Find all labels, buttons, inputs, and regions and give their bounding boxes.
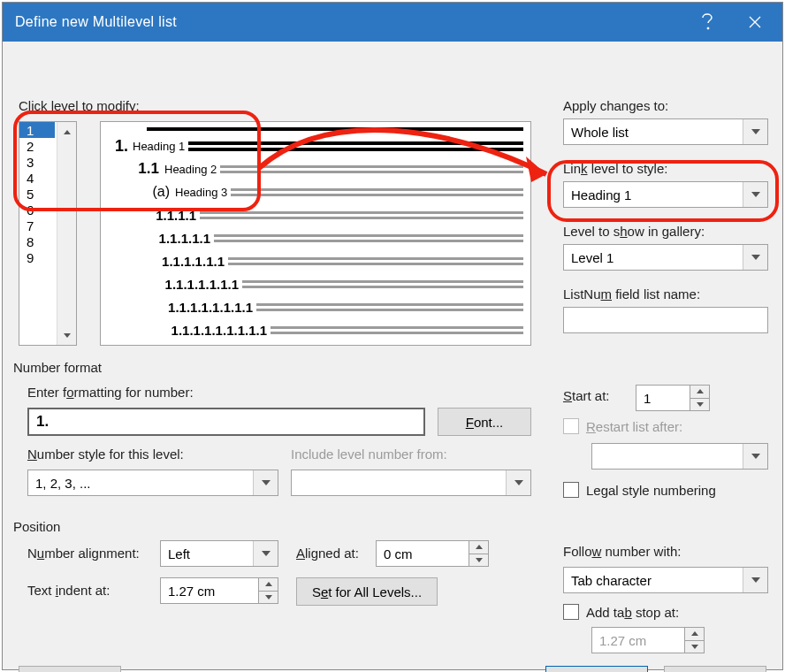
link-level-select[interactable]: Heading 1 bbox=[563, 181, 768, 208]
listnum-label: ListNum field list name: bbox=[563, 286, 768, 302]
number-style-select[interactable]: 1, 2, 3, ... bbox=[27, 470, 278, 496]
preview-row: 1.1.1.1.1.1 bbox=[101, 249, 530, 272]
help-button[interactable] bbox=[683, 3, 731, 42]
number-format-input[interactable]: 1. bbox=[27, 408, 425, 436]
level-scrollbar[interactable] bbox=[57, 122, 76, 345]
scroll-up-icon[interactable] bbox=[57, 122, 76, 141]
restart-label: Restart list after: bbox=[586, 419, 682, 434]
number-alignment-value: Left bbox=[168, 546, 190, 561]
tab-stop-value: 1.27 cm bbox=[599, 633, 646, 648]
spin-down-icon[interactable] bbox=[690, 399, 709, 411]
number-format-header: Number format bbox=[13, 360, 102, 375]
level-item-1[interactable]: 1 bbox=[19, 122, 55, 138]
preview-row: (a)Heading 3 bbox=[101, 180, 530, 203]
level-item-5[interactable]: 5 bbox=[19, 186, 55, 202]
legal-numbering-row[interactable]: Legal style numbering bbox=[563, 482, 716, 498]
ok-button[interactable]: OK bbox=[545, 666, 648, 672]
scroll-down-icon[interactable] bbox=[57, 325, 76, 345]
svg-point-0 bbox=[707, 27, 709, 29]
preview-row: 1.1.1.1.1.1.1.1 bbox=[101, 295, 530, 318]
number-alignment-label: Number alignment: bbox=[27, 546, 140, 561]
level-item-8[interactable]: 8 bbox=[19, 233, 55, 249]
gallery-level-value: Level 1 bbox=[571, 250, 614, 265]
chevron-down-icon bbox=[506, 470, 530, 495]
restart-select bbox=[591, 443, 768, 470]
close-button[interactable] bbox=[731, 3, 779, 42]
preview-row: 1.1.1.1 bbox=[101, 203, 530, 226]
tab-stop-spinner: 1.27 cm bbox=[591, 627, 705, 653]
preview-bars bbox=[220, 163, 523, 176]
help-icon bbox=[701, 13, 713, 31]
chevron-down-icon bbox=[743, 245, 767, 270]
titlebar: Define new Multilevel list bbox=[3, 3, 782, 42]
spin-up-icon[interactable] bbox=[258, 578, 278, 592]
gallery-level-label: Level to show in gallery: bbox=[563, 224, 768, 239]
chevron-down-icon bbox=[743, 182, 767, 207]
text-indent-label: Text indent at: bbox=[27, 583, 110, 598]
start-at-label: Start at: bbox=[563, 388, 610, 403]
apply-changes-select[interactable]: Whole list bbox=[563, 118, 768, 145]
spin-up-icon[interactable] bbox=[690, 386, 709, 399]
level-listbox[interactable]: 123456789 bbox=[19, 121, 77, 346]
spin-down-icon[interactable] bbox=[258, 592, 278, 604]
preview-number: 1.1.1.1.1.1.1 bbox=[136, 277, 239, 292]
multilevel-list-dialog: Define new Multilevel list Click level t… bbox=[2, 2, 783, 670]
preview-row: 1.1.1.1.1 bbox=[101, 226, 530, 249]
less-button[interactable]: << Less bbox=[19, 666, 121, 672]
gallery-level-select[interactable]: Level 1 bbox=[563, 244, 768, 271]
font-button[interactable]: Font... bbox=[438, 408, 531, 436]
restart-checkbox bbox=[563, 418, 579, 434]
preview-row: 1.Heading 1 bbox=[101, 134, 530, 157]
spin-down-icon bbox=[684, 641, 704, 653]
cancel-button[interactable]: Cancel bbox=[664, 666, 766, 672]
preview-number: 1.1.1.1.1.1 bbox=[136, 254, 225, 269]
tab-stop-row[interactable]: Add tab stop at: bbox=[563, 604, 679, 620]
aligned-at-value: 0 cm bbox=[384, 546, 413, 561]
spin-down-icon[interactable] bbox=[469, 554, 488, 567]
set-all-levels-button[interactable]: Set for All Levels... bbox=[296, 577, 438, 606]
tab-stop-checkbox[interactable] bbox=[563, 604, 579, 620]
preview-bars bbox=[228, 255, 523, 268]
close-icon bbox=[748, 15, 762, 29]
preview-bars bbox=[188, 139, 523, 154]
number-alignment-select[interactable]: Left bbox=[160, 540, 278, 567]
list-preview: 1.Heading 11.1Heading 2(a)Heading 31.1.1… bbox=[100, 121, 531, 346]
chevron-down-icon bbox=[743, 568, 767, 592]
listnum-input[interactable] bbox=[563, 307, 768, 333]
chevron-down-icon bbox=[743, 444, 767, 469]
legal-checkbox[interactable] bbox=[563, 482, 579, 498]
apply-changes-value: Whole list bbox=[571, 125, 629, 140]
preview-bars bbox=[231, 186, 523, 199]
preview-number: 1. bbox=[108, 137, 127, 156]
level-item-4[interactable]: 4 bbox=[19, 170, 55, 186]
preview-number: 1.1.1.1.1 bbox=[136, 231, 210, 246]
number-style-value: 1, 2, 3, ... bbox=[35, 476, 91, 491]
start-at-spinner[interactable]: 1 bbox=[636, 385, 710, 411]
number-format-value: 1. bbox=[36, 413, 49, 431]
position-header: Position bbox=[13, 519, 60, 534]
chevron-down-icon bbox=[253, 541, 278, 566]
start-at-value: 1 bbox=[644, 391, 651, 406]
follow-number-label: Follow number with: bbox=[563, 544, 681, 559]
preview-bars bbox=[214, 232, 523, 245]
chevron-down-icon bbox=[253, 470, 278, 495]
follow-number-select[interactable]: Tab character bbox=[563, 567, 768, 593]
aligned-at-spinner[interactable]: 0 cm bbox=[376, 540, 489, 567]
preview-number: 1.1.1.1.1.1.1.1.1 bbox=[136, 323, 267, 338]
tab-stop-label: Add tab stop at: bbox=[586, 605, 679, 620]
preview-bars bbox=[256, 301, 523, 314]
preview-bars bbox=[200, 209, 523, 222]
text-indent-value: 1.27 cm bbox=[168, 584, 215, 599]
level-item-3[interactable]: 3 bbox=[19, 154, 55, 170]
legal-label: Legal style numbering bbox=[586, 483, 716, 498]
enter-formatting-label: Enter formatting for number: bbox=[27, 385, 194, 400]
dialog-title: Define new Multilevel list bbox=[15, 14, 683, 30]
text-indent-spinner[interactable]: 1.27 cm bbox=[160, 577, 278, 604]
level-item-6[interactable]: 6 bbox=[19, 202, 55, 218]
preview-heading: Heading 2 bbox=[164, 163, 217, 176]
level-item-7[interactable]: 7 bbox=[19, 218, 55, 233]
level-item-9[interactable]: 9 bbox=[19, 249, 55, 265]
link-level-label: Link level to style: bbox=[563, 161, 768, 176]
level-item-2[interactable]: 2 bbox=[19, 138, 55, 154]
spin-up-icon[interactable] bbox=[469, 541, 488, 554]
